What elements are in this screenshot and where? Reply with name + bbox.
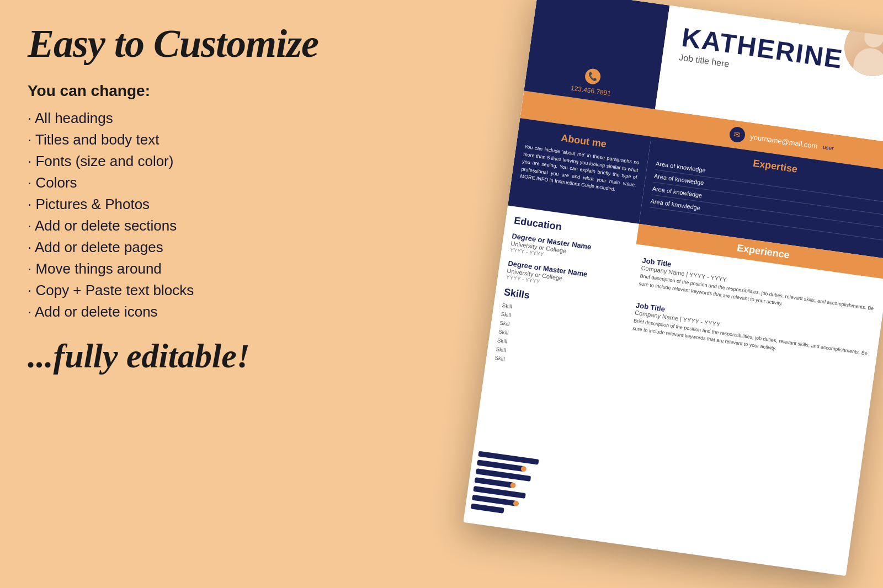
feature-item: All headings [28,110,337,127]
resume-wrapper: 📞 123.456.7891 KATHERINE M Job title her… [423,0,883,588]
footer-text: ...fully editable! [28,337,337,375]
chart-dot [520,466,526,472]
email-text: yourname@mail.com [750,132,818,150]
feature-item: Add or delete sections [28,217,337,234]
subtitle: You can change: [28,82,337,100]
feature-list: All headingsTitles and body textFonts (s… [28,110,337,320]
feature-item: Copy + Paste text blocks [28,282,337,299]
resume-page: 📞 123.456.7891 KATHERINE M Job title her… [463,0,883,576]
phone-icon: 📞 [584,68,602,85]
feature-item: Titles and body text [28,131,337,148]
skills-items: SkillSkillSkillSkillSkillSkillSkill [494,302,618,377]
about-text: You can include 'about me' in these para… [520,143,640,196]
left-body-column: Education Degree or Master NameUniversit… [485,205,639,388]
resume-left-column: 📞 123.456.7891 [524,0,669,109]
feature-item: Add or delete icons [28,303,337,320]
skill-label: Skill [496,346,513,354]
skill-label: Skill [502,302,519,311]
orange-bar-left [533,106,664,124]
phone-number: 123.456.7891 [570,84,611,97]
user-label: user [823,143,834,151]
chart-bar [471,504,504,514]
main-title: Easy to Customize [28,22,337,66]
feature-item: Pictures & Photos [28,196,337,213]
skill-label: Skill [494,355,512,363]
chart-area [470,451,544,521]
skill-label: Skill [497,337,514,345]
right-body-column: Experience Job TitleCompany Name | YYYY … [616,224,883,424]
email-icon: ✉ [728,126,746,143]
education-items: Degree or Master NameUniversity or Colle… [506,232,627,296]
feature-item: Add or delete pages [28,239,337,256]
feature-item: Colors [28,174,337,191]
feature-item: Fonts (size and color) [28,153,337,170]
chart-dot [513,500,519,506]
feature-item: Move things around [28,260,337,277]
chart-dot [510,482,516,488]
skill-label: Skill [499,320,517,328]
left-panel: Easy to Customize You can change: All he… [28,22,337,375]
about-title: About me [560,132,607,150]
skill-label: Skill [501,311,518,319]
skill-label: Skill [498,328,515,336]
